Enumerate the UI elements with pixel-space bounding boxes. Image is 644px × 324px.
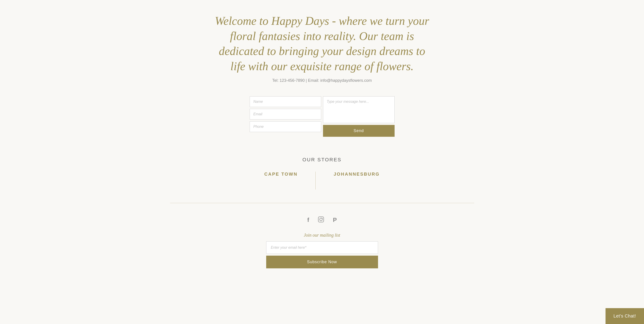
johannesburg-city[interactable]: JOHANNESBURG — [316, 172, 398, 177]
pinterest-link[interactable] — [333, 217, 337, 224]
stores-cities: CAPE TOWN JOHANNESBURG — [174, 172, 470, 190]
instagram-link[interactable] — [318, 217, 324, 224]
instagram-icon — [318, 217, 324, 222]
mailing-email-input[interactable] — [266, 241, 378, 254]
mailing-label: Join our mailing list — [174, 233, 470, 238]
section-divider — [170, 203, 474, 203]
send-button[interactable]: Send — [323, 125, 394, 137]
pinterest-icon — [333, 217, 337, 223]
phone-input[interactable] — [250, 121, 321, 132]
hero-contact: Tel: 123-456-7890 | Email: info@happyday… — [215, 78, 430, 83]
name-input[interactable] — [250, 96, 321, 107]
subscribe-button[interactable]: Subscribe Now — [266, 256, 378, 268]
email-input[interactable] — [250, 109, 321, 120]
contact-form-section: Send — [170, 87, 474, 146]
message-textarea[interactable] — [323, 96, 394, 123]
footer-section: Join our mailing list Subscribe Now — [170, 210, 474, 277]
stores-title: OUR STORES — [174, 157, 470, 163]
hero-title: Welcome to Happy Days - where we turn yo… — [215, 13, 430, 74]
stores-section: OUR STORES CAPE TOWN JOHANNESBURG — [170, 146, 474, 196]
social-icons — [174, 217, 470, 224]
mailing-form: Subscribe Now — [266, 241, 378, 268]
facebook-icon — [307, 217, 309, 223]
chat-button[interactable]: Let's Chat! — [606, 308, 644, 324]
form-right-column: Send — [323, 96, 394, 137]
cape-town-city[interactable]: CAPE TOWN — [246, 172, 316, 177]
form-left-column — [250, 96, 321, 137]
hero-section: Welcome to Happy Days - where we turn yo… — [170, 0, 474, 87]
facebook-link[interactable] — [307, 217, 309, 224]
